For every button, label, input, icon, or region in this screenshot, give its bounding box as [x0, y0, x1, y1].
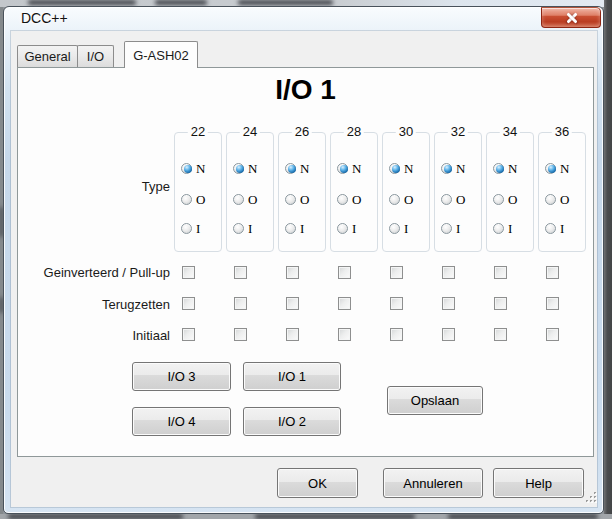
radio-selected-icon[interactable]: [389, 163, 400, 174]
tab-io[interactable]: I/O: [77, 45, 114, 67]
io1-button[interactable]: I/O 1: [243, 362, 341, 391]
io3-button[interactable]: I/O 3: [132, 362, 231, 391]
checkbox-row2-col30[interactable]: [390, 328, 403, 341]
radio-n-col26[interactable]: N: [285, 160, 309, 176]
radio-i-col36[interactable]: I: [545, 220, 564, 236]
resize-grip-icon[interactable]: [582, 488, 598, 504]
radio-icon[interactable]: [389, 194, 400, 205]
background-app-right: [604, 0, 612, 519]
help-button[interactable]: Help: [493, 468, 584, 498]
radio-option-label: O: [248, 193, 257, 206]
checkbox-row0-col30[interactable]: [390, 266, 403, 279]
tab-g-ash02[interactable]: G-ASH02: [124, 41, 198, 68]
radio-i-col30[interactable]: I: [389, 220, 408, 236]
radio-n-col30[interactable]: N: [389, 160, 413, 176]
radio-n-col34[interactable]: N: [493, 160, 517, 176]
radio-option-label: I: [456, 222, 460, 235]
radio-icon[interactable]: [493, 194, 504, 205]
radio-icon[interactable]: [545, 223, 556, 234]
radio-n-col32[interactable]: N: [441, 160, 465, 176]
radio-o-col26[interactable]: O: [285, 191, 309, 207]
radio-o-col32[interactable]: O: [441, 191, 465, 207]
radio-i-col22[interactable]: I: [181, 220, 200, 236]
radio-i-col34[interactable]: I: [493, 220, 512, 236]
checkbox-row2-col28[interactable]: [338, 328, 351, 341]
checkbox-row1-col36[interactable]: [546, 297, 559, 310]
tab-general[interactable]: General: [17, 45, 78, 67]
checkbox-row2-col22[interactable]: [182, 328, 195, 341]
cancel-button[interactable]: Annuleren: [383, 468, 483, 498]
column-number: 24: [240, 124, 260, 140]
checkbox-row2-col26[interactable]: [286, 328, 299, 341]
checkbox-row1-col30[interactable]: [390, 297, 403, 310]
checkbox-row1-col28[interactable]: [338, 297, 351, 310]
radio-selected-icon[interactable]: [181, 163, 192, 174]
radio-o-col22[interactable]: O: [181, 191, 205, 207]
group-box-36: 36NOI: [538, 132, 586, 252]
radio-selected-icon[interactable]: [233, 163, 244, 174]
checkbox-row0-col36[interactable]: [546, 266, 559, 279]
radio-selected-icon[interactable]: [545, 163, 556, 174]
checkbox-row0-col28[interactable]: [338, 266, 351, 279]
radio-icon[interactable]: [441, 223, 452, 234]
radio-icon[interactable]: [493, 223, 504, 234]
radio-icon[interactable]: [441, 194, 452, 205]
radio-i-col28[interactable]: I: [337, 220, 356, 236]
radio-icon[interactable]: [181, 194, 192, 205]
group-box-28: 28NOI: [330, 132, 378, 252]
radio-icon[interactable]: [337, 223, 348, 234]
radio-selected-icon[interactable]: [493, 163, 504, 174]
checkbox-row2-col24[interactable]: [234, 328, 247, 341]
radio-option-label: O: [196, 193, 205, 206]
radio-n-col24[interactable]: N: [233, 160, 257, 176]
checkbox-row0-col34[interactable]: [494, 266, 507, 279]
radio-n-col22[interactable]: N: [181, 160, 205, 176]
radio-n-col28[interactable]: N: [337, 160, 361, 176]
checkbox-row1-col22[interactable]: [182, 297, 195, 310]
checkbox-row0-col24[interactable]: [234, 266, 247, 279]
radio-i-col26[interactable]: I: [285, 220, 304, 236]
background-text-smudge: [238, 0, 333, 5]
radio-icon[interactable]: [545, 194, 556, 205]
radio-icon[interactable]: [233, 194, 244, 205]
checkbox-row1-col24[interactable]: [234, 297, 247, 310]
radio-option-label: N: [196, 162, 205, 175]
radio-o-col24[interactable]: O: [233, 191, 257, 207]
radio-o-col30[interactable]: O: [389, 191, 413, 207]
radio-selected-icon[interactable]: [441, 163, 452, 174]
radio-i-col32[interactable]: I: [441, 220, 460, 236]
radio-o-col34[interactable]: O: [493, 191, 517, 207]
row-label-geinverteerd-pullup: Geinverteerd / Pull-up: [20, 265, 170, 281]
checkbox-row0-col22[interactable]: [182, 266, 195, 279]
radio-icon[interactable]: [285, 223, 296, 234]
io4-button[interactable]: I/O 4: [132, 407, 231, 436]
background-text-smudge: [8, 514, 183, 519]
checkbox-row1-col32[interactable]: [442, 297, 455, 310]
group-box-30: 30NOI: [382, 132, 430, 252]
radio-icon[interactable]: [181, 223, 192, 234]
radio-i-col24[interactable]: I: [233, 220, 252, 236]
radio-icon[interactable]: [233, 223, 244, 234]
radio-n-col36[interactable]: N: [545, 160, 569, 176]
checkbox-row2-col32[interactable]: [442, 328, 455, 341]
checkbox-row2-col34[interactable]: [494, 328, 507, 341]
column-number: 36: [552, 124, 572, 140]
checkbox-row0-col26[interactable]: [286, 266, 299, 279]
checkbox-row1-col34[interactable]: [494, 297, 507, 310]
io2-button[interactable]: I/O 2: [243, 407, 341, 436]
checkbox-row0-col32[interactable]: [442, 266, 455, 279]
radio-icon[interactable]: [285, 194, 296, 205]
radio-icon[interactable]: [337, 194, 348, 205]
ok-button[interactable]: OK: [277, 468, 358, 498]
checkbox-row1-col26[interactable]: [286, 297, 299, 310]
checkbox-row2-col36[interactable]: [546, 328, 559, 341]
radio-o-col28[interactable]: O: [337, 191, 361, 207]
row-label-terugzetten: Terugzetten: [20, 297, 170, 313]
group-box-22: 22NOI: [174, 132, 222, 252]
close-button[interactable]: [541, 7, 601, 28]
radio-icon[interactable]: [389, 223, 400, 234]
radio-o-col36[interactable]: O: [545, 191, 569, 207]
radio-selected-icon[interactable]: [285, 163, 296, 174]
radio-selected-icon[interactable]: [337, 163, 348, 174]
save-button[interactable]: Opslaan: [387, 386, 483, 415]
